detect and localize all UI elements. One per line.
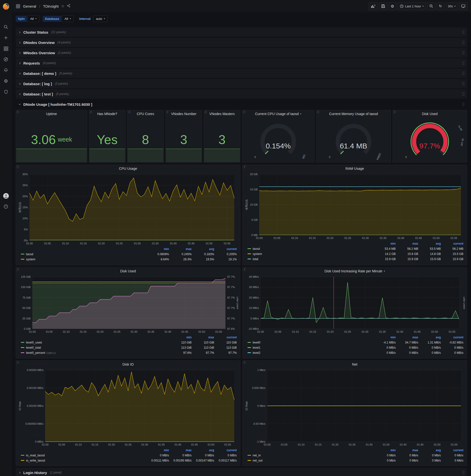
panel-info-icon[interactable]: i bbox=[89, 110, 93, 114]
panel-title[interactable]: Net bbox=[243, 361, 467, 368]
drag-handle-icon[interactable] bbox=[462, 71, 465, 75]
legend-series-toggle[interactable]: system bbox=[248, 252, 373, 256]
apps-grid-icon[interactable] bbox=[15, 3, 21, 9]
chevron-right-icon: › bbox=[18, 81, 22, 86]
variable-fqdn-value[interactable]: All▾ bbox=[28, 16, 39, 22]
dashboards-icon[interactable] bbox=[0, 43, 11, 54]
panel-info-icon[interactable]: i bbox=[243, 165, 246, 169]
legend-series-toggle[interactable]: taosd bbox=[248, 247, 373, 251]
net-chart[interactable]: -1 Mb/s-0.50 Mb/s0 Mb/s0.500 Mb/s1 Mb/s0… bbox=[245, 368, 465, 447]
disk-rate-chart[interactable]: -10 MB/s0 MB/s10 MB/s20 MB/s30 MB/s40 MB… bbox=[245, 275, 465, 334]
cycle-view-mode-button[interactable] bbox=[459, 2, 468, 10]
drag-handle-icon[interactable] bbox=[462, 92, 465, 96]
ram-usage-chart[interactable]: 0 MB5 GB10 GB15 GB20 GB01:0001:0501:1001… bbox=[245, 172, 465, 240]
variable-database-value[interactable]: All▾ bbox=[62, 16, 74, 22]
panel-info-icon[interactable]: i bbox=[204, 110, 207, 114]
panel-info-icon[interactable]: i bbox=[393, 110, 396, 114]
legend-series-toggle[interactable]: level0 bbox=[248, 341, 373, 344]
grafana-logo[interactable] bbox=[0, 2, 11, 11]
legend-series-toggle[interactable]: level0_used bbox=[21, 341, 169, 344]
drag-handle-icon[interactable] bbox=[462, 82, 465, 86]
dashboard-row-dnodes-overview[interactable]: ›DNodes Overview(4 panels) bbox=[16, 38, 467, 47]
panel-title[interactable]: Current CPU Usage of taosd▾ bbox=[242, 110, 314, 118]
time-range-picker[interactable]: Last 1 hour ▾ bbox=[398, 2, 426, 10]
refresh-button[interactable]: ↻ bbox=[437, 2, 444, 10]
legend-series-toggle[interactable]: level2 bbox=[248, 351, 373, 355]
panel-info-icon[interactable]: i bbox=[16, 268, 20, 271]
panel-info-icon[interactable]: i bbox=[16, 110, 20, 114]
dashboard-settings-button[interactable]: ⚙ bbox=[388, 2, 396, 10]
configuration-gear-icon[interactable]: ⚙ bbox=[0, 76, 11, 86]
zoom-out-button[interactable] bbox=[427, 2, 436, 10]
breadcrumb-page[interactable]: TDinsight bbox=[43, 4, 59, 8]
legend-series-toggle[interactable]: net_in bbox=[248, 454, 373, 457]
svg-text:0 Mb/s: 0 Mb/s bbox=[257, 404, 266, 407]
dashboard-row-login-history[interactable]: › Login History (1 panel) bbox=[16, 468, 467, 476]
panel-info-icon[interactable]: i bbox=[16, 165, 20, 169]
panel-title[interactable]: CPU Usage bbox=[16, 165, 240, 172]
panel-title[interactable]: Disk IO bbox=[16, 361, 240, 368]
svg-text:01:40: 01:40 bbox=[397, 237, 404, 239]
panel-title[interactable]: RAM Usage bbox=[243, 165, 467, 172]
variable-interval-value[interactable]: auto▾ bbox=[93, 16, 108, 22]
panel-vnodes-number: i VNodes Number 3 bbox=[165, 110, 202, 163]
panel-disk-io: i Disk IO 0 MB/s0.000500 MB/s0.00100 MB/… bbox=[16, 360, 240, 466]
legend-series-toggle[interactable]: net_out bbox=[248, 459, 373, 462]
stat-value: 8 bbox=[142, 132, 149, 147]
share-icon[interactable] bbox=[67, 4, 70, 8]
help-icon[interactable]: ? bbox=[0, 201, 11, 212]
svg-text:75 GiB: 75 GiB bbox=[22, 296, 31, 299]
svg-text:15%: 15% bbox=[22, 206, 28, 209]
panel-info-icon[interactable]: i bbox=[127, 110, 131, 114]
panel-info-icon[interactable]: i bbox=[243, 268, 246, 271]
legend-series-toggle[interactable]: io_read_taosd bbox=[21, 454, 147, 457]
star-icon[interactable]: ☆ bbox=[61, 4, 64, 8]
legend-series-toggle[interactable]: level0_percent(right-y) bbox=[21, 351, 169, 355]
drag-handle-icon[interactable] bbox=[462, 40, 465, 44]
panel-info-icon[interactable]: i bbox=[242, 110, 246, 114]
legend-row-taosd: taosd53.4 MB56.2 MB53.5 MB56.2 MB bbox=[248, 246, 463, 251]
legend-series-toggle[interactable]: io_write_taosd bbox=[21, 459, 147, 462]
legend-series-toggle[interactable]: level1 bbox=[248, 346, 373, 349]
panel-title[interactable]: Disk Used Increasing Rate per Minute▾ bbox=[243, 268, 467, 275]
legend-series-toggle[interactable]: level0_total bbox=[21, 346, 169, 349]
dashboard-row-requests[interactable]: ›Requests(4 panels) bbox=[16, 58, 467, 68]
disk-used-chart[interactable]: 0 GiB97.6%25 GiB97.7%50 GiB97.7%75 GiB97… bbox=[18, 275, 238, 334]
dashboard-row-database-demo[interactable]: ›Database: [ demo ](5 panels) bbox=[16, 69, 467, 78]
create-plus-icon[interactable] bbox=[0, 32, 11, 43]
panel-ram-usage: i RAM Usage 0 MB5 GB10 GB15 GB20 GB01:00… bbox=[242, 165, 467, 265]
breadcrumb-section[interactable]: General bbox=[23, 4, 36, 8]
save-dashboard-button[interactable] bbox=[379, 2, 387, 10]
dashboard-row-cluster-status[interactable]: ›Cluster Status(21 panels) bbox=[16, 28, 467, 37]
panel-title[interactable]: Current Memory Usage of taosd bbox=[316, 110, 391, 118]
cpu-usage-chart[interactable]: 0%5%10%15%20%25%30%01:0001:0501:1001:150… bbox=[18, 172, 238, 246]
dashboard-row-database-log[interactable]: ›Database: [ log ](5 panels) bbox=[16, 79, 467, 88]
drag-handle-icon[interactable] bbox=[462, 30, 465, 34]
disk-io-chart[interactable]: 0 MB/s0.000500 MB/s0.00100 MB/s0.00150 M… bbox=[18, 368, 238, 447]
legend-series-toggle[interactable]: taosd bbox=[21, 253, 147, 256]
drag-handle-icon[interactable] bbox=[462, 51, 465, 55]
panel-info-icon[interactable]: i bbox=[16, 361, 20, 364]
dashboard-row-dnode-usage[interactable]: › DNode Usage [ huolinhe-TM1701:6030 ] bbox=[16, 100, 467, 109]
refresh-interval-picker[interactable]: 30s▾ bbox=[446, 2, 458, 10]
legend-series-toggle[interactable]: system bbox=[21, 258, 147, 261]
user-avatar[interactable] bbox=[0, 190, 11, 201]
panel-title[interactable]: Disk Used bbox=[393, 110, 467, 118]
dashboard-row-database-test[interactable]: ›Database: [ test ](5 panels) bbox=[16, 89, 467, 99]
drag-handle-icon[interactable] bbox=[462, 102, 465, 106]
drag-handle-icon[interactable] bbox=[462, 471, 465, 475]
search-icon[interactable] bbox=[0, 22, 11, 32]
svg-text:01:30: 01:30 bbox=[362, 237, 369, 239]
drag-handle-icon[interactable] bbox=[462, 61, 465, 65]
panel-title[interactable]: Disk Used bbox=[16, 268, 240, 275]
dashboard-row-mnodes-overview[interactable]: ›MNodes Overview(2 panels) bbox=[16, 48, 467, 57]
server-admin-shield-icon[interactable] bbox=[0, 86, 11, 97]
alerting-bell-icon[interactable] bbox=[0, 65, 11, 76]
svg-text:01:25: 01:25 bbox=[114, 330, 120, 333]
legend-series-toggle[interactable]: total bbox=[248, 257, 373, 261]
panel-info-icon[interactable]: i bbox=[243, 361, 246, 364]
panel-info-icon[interactable]: i bbox=[166, 110, 169, 114]
panel-info-icon[interactable]: i bbox=[316, 110, 320, 114]
explore-compass-icon[interactable] bbox=[0, 54, 11, 65]
add-panel-button[interactable] bbox=[369, 2, 378, 10]
